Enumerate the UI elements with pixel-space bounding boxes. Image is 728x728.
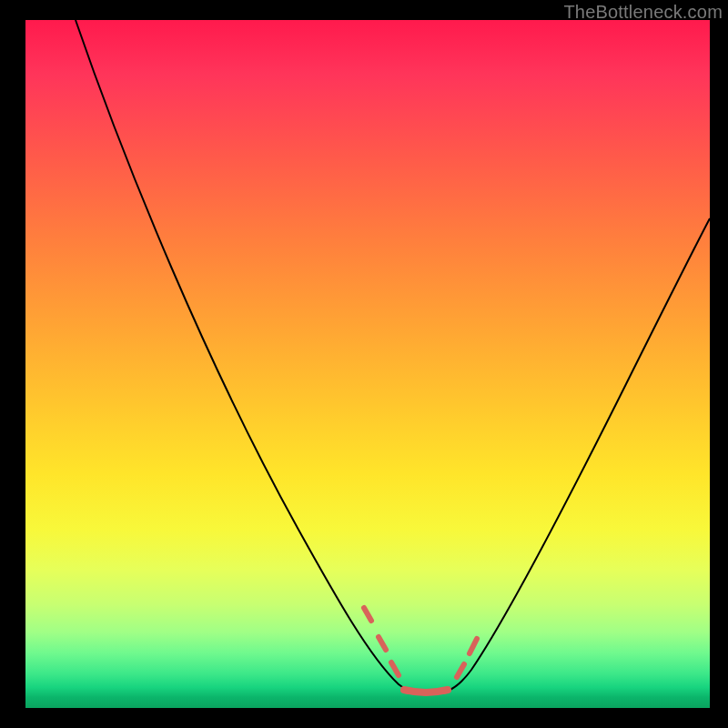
watermark-text: TheBottleneck.com — [563, 2, 723, 23]
accent-right-dash-2 — [470, 639, 477, 653]
accent-left-dash-2 — [379, 637, 386, 650]
accent-left-dash-3 — [391, 662, 399, 675]
bottleneck-curve — [76, 20, 710, 693]
accent-right-dash-1 — [457, 664, 464, 677]
accent-left-dash-1 — [364, 608, 371, 621]
chart-frame — [25, 20, 710, 708]
accent-valley-floor — [404, 690, 448, 693]
curve-layer — [25, 20, 710, 708]
